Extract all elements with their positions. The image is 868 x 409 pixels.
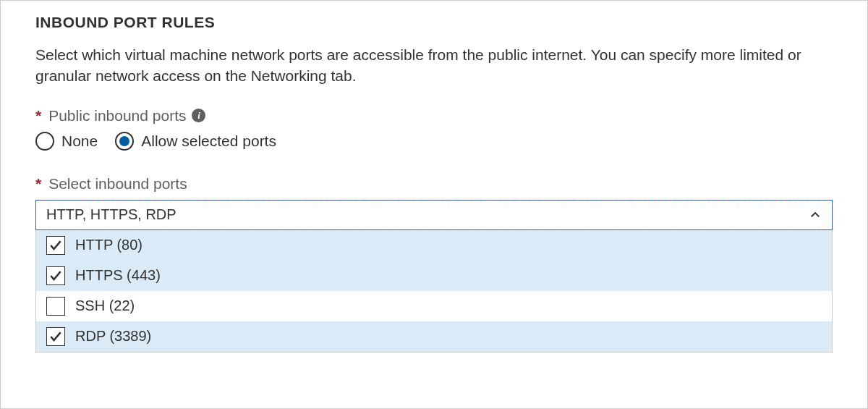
dropdown-control[interactable]: HTTP, HTTPS, RDP <box>35 200 833 230</box>
dropdown-item-label: SSH (22) <box>75 298 135 314</box>
radio-label: None <box>61 132 98 150</box>
select-inbound-ports-label-text: Select inbound ports <box>48 175 187 193</box>
public-inbound-ports-radio-group: None Allow selected ports <box>35 132 833 151</box>
required-asterisk-icon: * <box>35 107 41 125</box>
radio-circle-icon <box>115 132 134 151</box>
required-asterisk-icon: * <box>35 175 41 193</box>
public-inbound-ports-label: * Public inbound ports i <box>35 107 833 125</box>
checkbox-icon <box>46 236 65 255</box>
dropdown-item-http[interactable]: HTTP (80) <box>36 230 832 261</box>
inbound-ports-dropdown: HTTP, HTTPS, RDP HTTP (80) HTTPS (443) S… <box>35 200 833 353</box>
radio-option-allow-selected[interactable]: Allow selected ports <box>115 132 276 151</box>
radio-circle-icon <box>35 132 54 151</box>
dropdown-item-https[interactable]: HTTPS (443) <box>36 261 832 291</box>
dropdown-item-ssh[interactable]: SSH (22) <box>36 291 832 321</box>
radio-label: Allow selected ports <box>141 132 276 150</box>
checkbox-icon <box>46 297 65 316</box>
checkbox-icon <box>46 327 65 346</box>
section-title: INBOUND PORT RULES <box>35 14 833 31</box>
section-description: Select which virtual machine network por… <box>35 44 833 87</box>
dropdown-selected-value: HTTP, HTTPS, RDP <box>46 206 176 223</box>
info-icon[interactable]: i <box>192 109 205 122</box>
dropdown-item-rdp[interactable]: RDP (3389) <box>36 321 832 352</box>
chevron-up-icon <box>809 208 822 222</box>
dropdown-item-label: HTTPS (443) <box>75 267 161 284</box>
radio-option-none[interactable]: None <box>35 132 98 151</box>
select-inbound-ports-label: * Select inbound ports <box>35 175 833 193</box>
public-inbound-ports-label-text: Public inbound ports <box>48 107 186 125</box>
checkbox-icon <box>46 266 65 285</box>
dropdown-item-label: HTTP (80) <box>75 237 142 253</box>
dropdown-list: HTTP (80) HTTPS (443) SSH (22) RDP (3389… <box>35 230 833 353</box>
dropdown-item-label: RDP (3389) <box>75 328 151 345</box>
